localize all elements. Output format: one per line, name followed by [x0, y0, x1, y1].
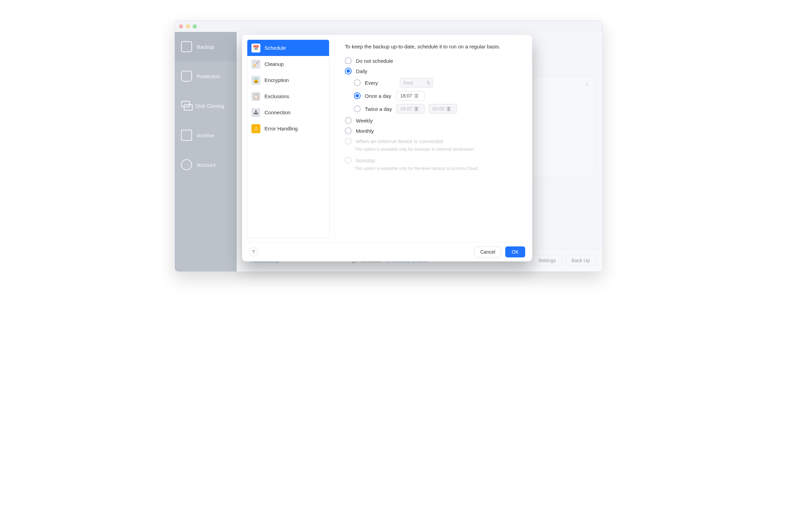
lock-icon: 🔒 [251, 76, 260, 85]
user-icon [181, 159, 192, 170]
modal-tab-schedule[interactable]: 📅 Schedule [247, 40, 329, 56]
calendar-icon: 📅 [251, 44, 260, 53]
chevron-updown-icon: ⇅ [426, 80, 430, 85]
twice-time-2[interactable]: 00:00 ▲▼ [429, 104, 457, 114]
once-a-day-time[interactable]: 18:07 ▲▼ [396, 91, 425, 101]
radio-icon [345, 157, 352, 164]
option-external-hint: This option is available only for backup… [345, 146, 522, 155]
modal-tab-label: Exclusions [264, 93, 289, 99]
option-label: Weekly [356, 118, 373, 124]
broom-icon: 🧹 [251, 60, 260, 69]
modal-tab-label: Cleanup [264, 61, 284, 67]
radio-icon[interactable] [345, 127, 352, 134]
backup-icon [181, 41, 192, 52]
sidebar-item-label: Disk Cloning [195, 103, 224, 109]
option-label: Nonstop [356, 158, 375, 163]
option-do-not-schedule[interactable]: Do not schedule [345, 56, 522, 66]
option-label: Once a day [365, 93, 392, 99]
modal-tab-label: Schedule [264, 45, 286, 51]
modal-tab-cleanup[interactable]: 🧹 Cleanup [247, 56, 329, 72]
sidebar-item-label: Protection [197, 73, 220, 79]
time-value: 00:00 [432, 106, 444, 112]
sidebar-item-backup[interactable]: Backup [175, 32, 237, 61]
option-external-device: When an external device is connected [345, 136, 522, 146]
stepper-icon[interactable]: ▲▼ [414, 94, 418, 98]
close-window-icon[interactable] [179, 24, 183, 28]
option-label: Every [365, 80, 378, 86]
option-once-a-day[interactable]: Once a day 18:07 ▲▼ [345, 89, 522, 102]
option-daily[interactable]: Daily [345, 66, 522, 76]
modal-tab-exclusions[interactable]: 📋 Exclusions [247, 88, 329, 104]
zoom-window-icon[interactable] [193, 24, 197, 28]
modal-tab-label: Encryption [264, 77, 289, 83]
option-label: Monthly [356, 128, 374, 134]
option-twice-a-day[interactable]: Twice a day 18:07 ▲▼ 00:00 ▲▼ [345, 102, 522, 115]
network-icon: 🖧 [251, 108, 260, 117]
list-icon: 📋 [251, 92, 260, 101]
modal-headline: To keep the backup up-to-date, schedule … [345, 44, 522, 49]
sidebar-item-label: Archive [197, 132, 214, 138]
settings-modal: 📅 Schedule 🧹 Cleanup 🔒 Encryption 📋 Excl… [242, 34, 532, 262]
radio-icon[interactable] [354, 92, 361, 99]
radio-icon[interactable] [354, 79, 361, 86]
modal-sidebar: 📅 Schedule 🧹 Cleanup 🔒 Encryption 📋 Excl… [242, 35, 335, 242]
ok-button[interactable]: OK [505, 246, 525, 257]
help-button[interactable]: ? [249, 247, 258, 256]
radio-icon[interactable] [345, 57, 352, 64]
sidebar-item-protection[interactable]: Protection [175, 61, 237, 91]
modal-tab-label: Connection [264, 109, 291, 115]
disk-cloning-icon [181, 101, 191, 111]
stepper-icon[interactable]: ▲▼ [414, 107, 418, 111]
backup-button[interactable]: Back Up [566, 255, 596, 266]
radio-icon[interactable] [345, 117, 352, 124]
option-label: Twice a day [365, 106, 392, 112]
stepper-icon[interactable]: ▲▼ [447, 107, 451, 111]
warning-icon: ⚠ [251, 124, 260, 133]
radio-icon[interactable] [354, 105, 361, 112]
option-label: Do not schedule [356, 58, 393, 64]
time-value: 18:07 [400, 93, 412, 98]
option-every[interactable]: Every hour ⇅ [345, 76, 522, 89]
radio-icon[interactable] [345, 68, 352, 74]
sidebar-item-archive[interactable]: Archive [175, 120, 237, 150]
modal-footer: ? Cancel OK [242, 242, 532, 262]
select-value: hour [404, 80, 413, 85]
radio-icon [345, 138, 352, 144]
settings-button[interactable]: Settings [532, 255, 562, 266]
archive-icon [181, 130, 192, 141]
minimize-window-icon[interactable] [186, 24, 190, 28]
every-unit-select[interactable]: hour ⇅ [400, 78, 433, 88]
modal-tab-connection[interactable]: 🖧 Connection [247, 104, 329, 120]
app-sidebar: Backup Protection Disk Cloning Archive A… [175, 32, 237, 271]
window-titlebar[interactable] [175, 21, 602, 32]
sidebar-item-label: Account [197, 162, 215, 168]
option-label: When an external device is connected [356, 138, 443, 144]
option-label: Daily [356, 68, 367, 74]
modal-tab-encryption[interactable]: 🔒 Encryption [247, 72, 329, 88]
sidebar-item-label: Backup [197, 44, 214, 50]
shield-icon [181, 71, 192, 82]
sidebar-item-account[interactable]: Account [175, 150, 237, 179]
cancel-button[interactable]: Cancel [474, 246, 501, 257]
option-nonstop-hint: This option is available only for file-l… [345, 165, 522, 174]
option-weekly[interactable]: Weekly [345, 115, 522, 126]
option-monthly[interactable]: Monthly [345, 126, 522, 136]
sidebar-item-disk-cloning[interactable]: Disk Cloning [175, 91, 237, 120]
close-icon[interactable]: × [585, 81, 589, 88]
modal-content: To keep the backup up-to-date, schedule … [335, 35, 532, 242]
option-nonstop: Nonstop [345, 155, 522, 165]
modal-tab-error-handling[interactable]: ⚠ Error Handling [247, 120, 329, 137]
time-value: 18:07 [400, 106, 412, 112]
modal-tab-label: Error Handling [264, 126, 298, 131]
twice-time-1[interactable]: 18:07 ▲▼ [396, 104, 425, 114]
